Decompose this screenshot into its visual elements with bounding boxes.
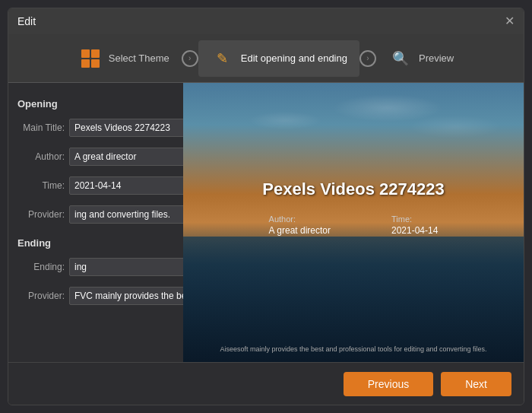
preview-time-value: 2021-04-14	[391, 225, 438, 236]
preview-author-block: Author: A great director	[269, 214, 331, 236]
titlebar: Edit ✕	[8, 8, 524, 34]
provider-input[interactable]	[69, 205, 183, 224]
author-row: Author:	[17, 148, 174, 166]
previous-button[interactable]: Previous	[344, 372, 433, 396]
window-title: Edit	[17, 15, 36, 27]
toolbar: Select Theme › ✎ Edit opening and ending…	[8, 34, 524, 83]
ending-provider-label: Provider:	[17, 291, 65, 301]
sidebar: Opening Main Title: Author: Time: Provid…	[8, 83, 183, 362]
ending-input[interactable]	[69, 258, 183, 276]
step1-label: Select Theme	[109, 52, 169, 64]
opening-section-label: Opening	[17, 98, 174, 110]
preview-time-block: Time: 2021-04-14	[391, 214, 438, 236]
preview-search-icon: 🔍	[388, 46, 413, 71]
preview-title: Pexels Videos 2274223	[262, 179, 444, 199]
time-input[interactable]	[69, 176, 183, 195]
content-area: Opening Main Title: Author: Time: Provid…	[8, 83, 524, 362]
main-title-input[interactable]	[69, 119, 183, 137]
step3-label: Preview	[419, 52, 454, 64]
ending-provider-row: Provider:	[17, 287, 174, 305]
author-input[interactable]	[69, 148, 183, 166]
close-button[interactable]: ✕	[505, 15, 515, 27]
preview-meta: Author: A great director Time: 2021-04-1…	[269, 214, 439, 236]
author-label: Author:	[17, 151, 65, 162]
chevron-divider-1: ›	[182, 50, 198, 67]
preview-overlay: Pexels Videos 2274223 Author: A great di…	[183, 83, 524, 362]
main-title-label: Main Title:	[17, 122, 65, 133]
main-title-row: Main Title:	[17, 119, 174, 137]
select-theme-icon	[78, 46, 103, 71]
ending-label: Ending:	[17, 262, 65, 272]
step-edit-opening-ending[interactable]: ✎ Edit opening and ending	[198, 40, 359, 77]
preview-background: Pexels Videos 2274223 Author: A great di…	[183, 83, 524, 362]
ending-provider-input[interactable]	[69, 287, 183, 305]
step2-label: Edit opening and ending	[241, 52, 347, 64]
preview-author-value: A great director	[269, 225, 331, 236]
footer: Previous Next	[8, 362, 524, 405]
step-select-theme[interactable]: Select Theme	[66, 40, 182, 77]
chevron-divider-2: ›	[359, 50, 376, 67]
preview-time-key: Time:	[391, 214, 438, 224]
ending-row: Ending:	[17, 258, 174, 276]
edit-icon: ✎	[211, 46, 235, 71]
ending-section-label: Ending	[17, 237, 174, 249]
provider-label: Provider:	[17, 209, 65, 220]
time-row: Time:	[17, 176, 174, 195]
preview-area: Pexels Videos 2274223 Author: A great di…	[183, 83, 524, 362]
preview-author-key: Author:	[269, 214, 331, 224]
time-label: Time:	[17, 180, 65, 191]
step-preview[interactable]: 🔍 Preview	[376, 40, 466, 77]
preview-footer-text: Aiseesoft mainly provides the best and p…	[183, 345, 524, 353]
provider-row: Provider:	[17, 205, 174, 224]
edit-window: Edit ✕ Select Theme › ✎ Edit opening and…	[8, 8, 524, 405]
next-button[interactable]: Next	[441, 372, 511, 396]
